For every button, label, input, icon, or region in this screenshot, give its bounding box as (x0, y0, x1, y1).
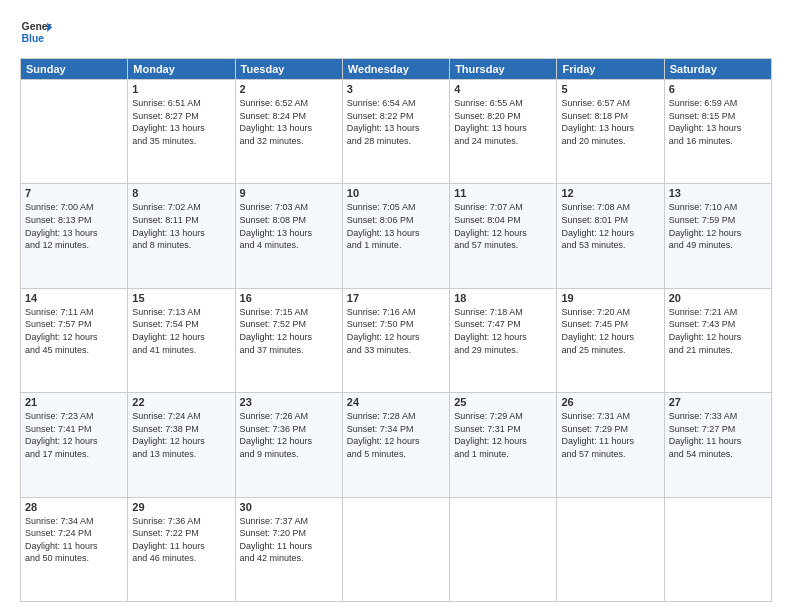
calendar-cell: 9Sunrise: 7:03 AMSunset: 8:08 PMDaylight… (235, 184, 342, 288)
logo: General Blue (20, 16, 52, 48)
calendar-cell (450, 497, 557, 601)
day-info: Sunrise: 7:26 AMSunset: 7:36 PMDaylight:… (240, 410, 338, 460)
calendar-cell (664, 497, 771, 601)
calendar-cell: 13Sunrise: 7:10 AMSunset: 7:59 PMDayligh… (664, 184, 771, 288)
day-info: Sunrise: 7:36 AMSunset: 7:22 PMDaylight:… (132, 515, 230, 565)
day-info: Sunrise: 6:52 AMSunset: 8:24 PMDaylight:… (240, 97, 338, 147)
calendar-cell: 14Sunrise: 7:11 AMSunset: 7:57 PMDayligh… (21, 288, 128, 392)
day-number: 1 (132, 83, 230, 95)
day-number: 20 (669, 292, 767, 304)
calendar-cell (557, 497, 664, 601)
calendar-header-saturday: Saturday (664, 59, 771, 80)
day-info: Sunrise: 6:59 AMSunset: 8:15 PMDaylight:… (669, 97, 767, 147)
day-info: Sunrise: 7:05 AMSunset: 8:06 PMDaylight:… (347, 201, 445, 251)
calendar-cell: 24Sunrise: 7:28 AMSunset: 7:34 PMDayligh… (342, 393, 449, 497)
calendar-cell: 29Sunrise: 7:36 AMSunset: 7:22 PMDayligh… (128, 497, 235, 601)
day-info: Sunrise: 6:55 AMSunset: 8:20 PMDaylight:… (454, 97, 552, 147)
day-info: Sunrise: 7:37 AMSunset: 7:20 PMDaylight:… (240, 515, 338, 565)
day-number: 27 (669, 396, 767, 408)
day-number: 25 (454, 396, 552, 408)
day-number: 30 (240, 501, 338, 513)
day-info: Sunrise: 7:29 AMSunset: 7:31 PMDaylight:… (454, 410, 552, 460)
day-number: 8 (132, 187, 230, 199)
calendar-cell: 5Sunrise: 6:57 AMSunset: 8:18 PMDaylight… (557, 80, 664, 184)
day-info: Sunrise: 7:15 AMSunset: 7:52 PMDaylight:… (240, 306, 338, 356)
day-number: 3 (347, 83, 445, 95)
calendar-cell: 2Sunrise: 6:52 AMSunset: 8:24 PMDaylight… (235, 80, 342, 184)
day-info: Sunrise: 7:33 AMSunset: 7:27 PMDaylight:… (669, 410, 767, 460)
calendar-cell: 18Sunrise: 7:18 AMSunset: 7:47 PMDayligh… (450, 288, 557, 392)
calendar-cell: 8Sunrise: 7:02 AMSunset: 8:11 PMDaylight… (128, 184, 235, 288)
day-number: 11 (454, 187, 552, 199)
day-number: 23 (240, 396, 338, 408)
day-info: Sunrise: 6:57 AMSunset: 8:18 PMDaylight:… (561, 97, 659, 147)
calendar-cell: 28Sunrise: 7:34 AMSunset: 7:24 PMDayligh… (21, 497, 128, 601)
page-header: General Blue (20, 16, 772, 48)
day-info: Sunrise: 7:07 AMSunset: 8:04 PMDaylight:… (454, 201, 552, 251)
calendar-header-sunday: Sunday (21, 59, 128, 80)
day-number: 18 (454, 292, 552, 304)
calendar-cell: 22Sunrise: 7:24 AMSunset: 7:38 PMDayligh… (128, 393, 235, 497)
day-number: 15 (132, 292, 230, 304)
day-info: Sunrise: 7:11 AMSunset: 7:57 PMDaylight:… (25, 306, 123, 356)
day-number: 19 (561, 292, 659, 304)
day-info: Sunrise: 7:13 AMSunset: 7:54 PMDaylight:… (132, 306, 230, 356)
day-info: Sunrise: 7:24 AMSunset: 7:38 PMDaylight:… (132, 410, 230, 460)
calendar-header-friday: Friday (557, 59, 664, 80)
calendar-header-monday: Monday (128, 59, 235, 80)
day-number: 12 (561, 187, 659, 199)
day-number: 26 (561, 396, 659, 408)
day-info: Sunrise: 7:21 AMSunset: 7:43 PMDaylight:… (669, 306, 767, 356)
day-info: Sunrise: 7:28 AMSunset: 7:34 PMDaylight:… (347, 410, 445, 460)
calendar-cell: 10Sunrise: 7:05 AMSunset: 8:06 PMDayligh… (342, 184, 449, 288)
calendar-cell: 7Sunrise: 7:00 AMSunset: 8:13 PMDaylight… (21, 184, 128, 288)
svg-text:Blue: Blue (22, 33, 45, 44)
day-info: Sunrise: 7:03 AMSunset: 8:08 PMDaylight:… (240, 201, 338, 251)
calendar-cell: 25Sunrise: 7:29 AMSunset: 7:31 PMDayligh… (450, 393, 557, 497)
day-number: 28 (25, 501, 123, 513)
day-info: Sunrise: 7:10 AMSunset: 7:59 PMDaylight:… (669, 201, 767, 251)
calendar-cell: 19Sunrise: 7:20 AMSunset: 7:45 PMDayligh… (557, 288, 664, 392)
day-number: 6 (669, 83, 767, 95)
calendar-cell: 6Sunrise: 6:59 AMSunset: 8:15 PMDaylight… (664, 80, 771, 184)
day-number: 4 (454, 83, 552, 95)
calendar-header-tuesday: Tuesday (235, 59, 342, 80)
calendar-cell: 16Sunrise: 7:15 AMSunset: 7:52 PMDayligh… (235, 288, 342, 392)
day-info: Sunrise: 7:20 AMSunset: 7:45 PMDaylight:… (561, 306, 659, 356)
day-info: Sunrise: 7:18 AMSunset: 7:47 PMDaylight:… (454, 306, 552, 356)
day-number: 10 (347, 187, 445, 199)
calendar-cell (21, 80, 128, 184)
calendar-cell: 11Sunrise: 7:07 AMSunset: 8:04 PMDayligh… (450, 184, 557, 288)
calendar-cell: 27Sunrise: 7:33 AMSunset: 7:27 PMDayligh… (664, 393, 771, 497)
day-number: 17 (347, 292, 445, 304)
calendar-header-wednesday: Wednesday (342, 59, 449, 80)
calendar-row-4: 28Sunrise: 7:34 AMSunset: 7:24 PMDayligh… (21, 497, 772, 601)
day-info: Sunrise: 6:54 AMSunset: 8:22 PMDaylight:… (347, 97, 445, 147)
calendar-row-2: 14Sunrise: 7:11 AMSunset: 7:57 PMDayligh… (21, 288, 772, 392)
day-number: 16 (240, 292, 338, 304)
calendar-cell: 21Sunrise: 7:23 AMSunset: 7:41 PMDayligh… (21, 393, 128, 497)
calendar-cell: 20Sunrise: 7:21 AMSunset: 7:43 PMDayligh… (664, 288, 771, 392)
day-number: 5 (561, 83, 659, 95)
calendar-cell: 26Sunrise: 7:31 AMSunset: 7:29 PMDayligh… (557, 393, 664, 497)
calendar-table: SundayMondayTuesdayWednesdayThursdayFrid… (20, 58, 772, 602)
day-info: Sunrise: 7:00 AMSunset: 8:13 PMDaylight:… (25, 201, 123, 251)
day-number: 9 (240, 187, 338, 199)
calendar-cell: 12Sunrise: 7:08 AMSunset: 8:01 PMDayligh… (557, 184, 664, 288)
day-info: Sunrise: 7:31 AMSunset: 7:29 PMDaylight:… (561, 410, 659, 460)
calendar-cell: 15Sunrise: 7:13 AMSunset: 7:54 PMDayligh… (128, 288, 235, 392)
day-info: Sunrise: 7:02 AMSunset: 8:11 PMDaylight:… (132, 201, 230, 251)
day-info: Sunrise: 7:08 AMSunset: 8:01 PMDaylight:… (561, 201, 659, 251)
day-number: 7 (25, 187, 123, 199)
logo-icon: General Blue (20, 16, 52, 48)
day-number: 29 (132, 501, 230, 513)
day-info: Sunrise: 7:16 AMSunset: 7:50 PMDaylight:… (347, 306, 445, 356)
calendar-cell: 1Sunrise: 6:51 AMSunset: 8:27 PMDaylight… (128, 80, 235, 184)
calendar-cell: 4Sunrise: 6:55 AMSunset: 8:20 PMDaylight… (450, 80, 557, 184)
calendar-row-0: 1Sunrise: 6:51 AMSunset: 8:27 PMDaylight… (21, 80, 772, 184)
day-number: 14 (25, 292, 123, 304)
calendar-cell: 23Sunrise: 7:26 AMSunset: 7:36 PMDayligh… (235, 393, 342, 497)
day-number: 13 (669, 187, 767, 199)
day-info: Sunrise: 7:34 AMSunset: 7:24 PMDaylight:… (25, 515, 123, 565)
day-number: 21 (25, 396, 123, 408)
